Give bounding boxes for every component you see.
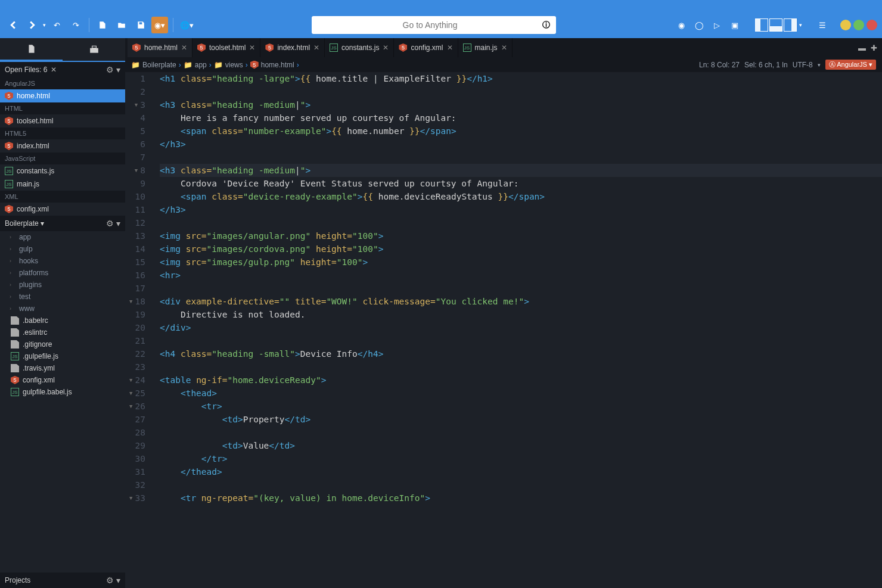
sidebar-tab-toolbox[interactable] [63, 38, 125, 61]
file-tree-item[interactable]: .eslintrc [0, 326, 125, 338]
folder-item[interactable]: ›test [0, 291, 125, 303]
undo-button[interactable]: ↶ [48, 17, 65, 33]
editor-tab[interactable]: JSconstants.js✕ [325, 38, 394, 57]
selection-info: Sel: 6 ch, 1 ln [744, 61, 788, 69]
close-panel-icon[interactable]: ✕ [51, 66, 57, 74]
layout-bottom-button[interactable] [769, 18, 782, 32]
breadcrumb: 📁 Boilerplate› 📁 app› 📁 views› 5 home.ht… [125, 57, 882, 72]
status-caret-icon[interactable]: ▾ [818, 62, 821, 68]
maximize-button[interactable] [853, 20, 864, 30]
project-tree: ›app›gulp›hooks›platforms›plugins›test›w… [0, 231, 125, 573]
gear-icon[interactable]: ⚙ ▾ [106, 65, 120, 74]
open-folder-button[interactable] [113, 17, 130, 33]
layout-left-button[interactable] [755, 18, 768, 32]
folder-item[interactable]: ›gulp [0, 243, 125, 255]
editor-tab[interactable]: 5config.xml✕ [394, 38, 458, 57]
editor-tab[interactable]: 5home.html✕ [128, 38, 192, 57]
breadcrumb-item[interactable]: 📁 views [214, 61, 243, 69]
debug-controls: ◉ ◯ ▷ ▣ [673, 17, 743, 33]
editor-area: 5home.html✕5toolset.html✕5index.html✕JSc… [125, 38, 882, 588]
record-macro-button[interactable]: ◉▾ [151, 17, 168, 33]
cursor-position: Ln: 8 Col: 27 [699, 61, 740, 69]
stop-button[interactable]: ◯ [691, 17, 707, 33]
file-group-label: XML [0, 191, 125, 203]
open-files-header: Open Files: 6✕ ⚙ ▾ [0, 62, 125, 77]
breadcrumb-item[interactable]: 5 home.html [250, 61, 294, 69]
close-tab-icon[interactable]: ✕ [447, 43, 453, 52]
file-group-label: HTML5 [0, 127, 125, 139]
file-tree-item[interactable]: .gitignore [0, 338, 125, 350]
editor-tab[interactable]: JSmain.js✕ [458, 38, 513, 57]
folder-item[interactable]: ›hooks [0, 255, 125, 267]
goto-anything-search[interactable]: ⓘ [312, 16, 556, 34]
open-file-item[interactable]: 5config.xml [0, 203, 125, 216]
window-titlebar [0, 0, 882, 12]
folder-item[interactable]: ›app [0, 231, 125, 243]
projects-header: Projects ⚙ ▾ [0, 573, 125, 588]
close-button[interactable] [867, 20, 877, 30]
gear-icon[interactable]: ⚙ ▾ [106, 219, 120, 228]
file-group-label: HTML [0, 102, 125, 114]
editor-tabs: 5home.html✕5toolset.html✕5index.html✕JSc… [125, 38, 882, 57]
folder-item[interactable]: ›platforms [0, 267, 125, 279]
save-button[interactable] [132, 17, 149, 33]
dropdown-caret-icon[interactable]: ▾ [43, 22, 46, 28]
svg-rect-1 [90, 48, 98, 53]
folder-item[interactable]: ›plugins [0, 279, 125, 291]
open-file-item[interactable]: 5toolset.html [0, 114, 125, 127]
record-button[interactable]: ◉ [673, 17, 690, 33]
debug-button[interactable]: ▣ [726, 17, 743, 33]
project-header: Boilerplate ▾ ⚙ ▾ [0, 216, 125, 231]
new-tab-button[interactable]: ✚ [871, 43, 877, 52]
toolbar: ▾ ↶ ↷ ◉▾ 🌐▾ ⓘ ◉ ◯ ▷ ▣ ▾ ☰ [0, 12, 882, 38]
browser-preview-button[interactable]: 🌐▾ [178, 17, 195, 33]
open-files-label: Open Files: 6 [5, 66, 47, 74]
open-file-item[interactable]: JSmain.js [0, 178, 125, 191]
open-file-item[interactable]: 5index.html [0, 139, 125, 153]
code-editor[interactable]: 12▼34567▼891011121314151617▼181920212223… [125, 72, 882, 588]
encoding-selector[interactable]: UTF-8 [793, 61, 813, 69]
redo-button[interactable]: ↷ [67, 17, 84, 33]
project-name[interactable]: Boilerplate [5, 219, 39, 228]
gear-icon[interactable]: ⚙ ▾ [106, 575, 120, 585]
open-file-item[interactable]: 5home.html [0, 89, 125, 102]
close-tab-icon[interactable]: ✕ [383, 43, 389, 52]
new-file-button[interactable] [94, 17, 111, 33]
layout-dropdown-icon[interactable]: ▾ [799, 22, 802, 28]
minimize-button[interactable] [840, 20, 851, 30]
forward-button[interactable] [24, 17, 41, 33]
info-icon[interactable]: ⓘ [542, 20, 550, 30]
play-button[interactable]: ▷ [709, 17, 725, 33]
breadcrumb-item[interactable]: 📁 app [184, 61, 207, 69]
folder-item[interactable]: ›www [0, 303, 125, 315]
open-file-item[interactable]: JSconstants.js [0, 164, 125, 178]
search-input[interactable] [318, 20, 542, 30]
open-files-list: AngularJS5home.htmlHTML5toolset.htmlHTML… [0, 77, 125, 216]
file-tree-item[interactable]: JS.gulpefile.js [0, 350, 125, 362]
language-badge[interactable]: Ⓐ AngularJS ▾ [825, 60, 876, 70]
file-tree-item[interactable]: .travis.yml [0, 362, 125, 374]
projects-label[interactable]: Projects [5, 576, 30, 584]
sidebar: Open Files: 6✕ ⚙ ▾ AngularJS5home.htmlHT… [0, 38, 125, 588]
svg-rect-2 [92, 46, 96, 48]
file-group-label: JavaScript [0, 153, 125, 164]
close-tab-icon[interactable]: ✕ [181, 43, 187, 52]
back-button[interactable] [5, 17, 21, 33]
svg-rect-0 [139, 22, 142, 24]
editor-tab[interactable]: 5index.html✕ [260, 38, 325, 57]
close-tab-icon[interactable]: ✕ [313, 43, 319, 52]
editor-tab[interactable]: 5toolset.html✕ [192, 38, 260, 57]
tab-list-button[interactable]: ▬ [858, 43, 866, 52]
file-tree-item[interactable]: 5config.xml [0, 374, 125, 386]
sidebar-tab-files[interactable] [0, 38, 63, 61]
breadcrumb-item[interactable]: 📁 Boilerplate [131, 61, 176, 69]
file-group-label: AngularJS [0, 77, 125, 89]
file-tree-item[interactable]: .babelrc [0, 315, 125, 326]
close-tab-icon[interactable]: ✕ [501, 43, 507, 52]
close-tab-icon[interactable]: ✕ [249, 43, 255, 52]
menu-button[interactable]: ☰ [814, 17, 831, 33]
layout-controls: ▾ [755, 18, 802, 32]
file-tree-item[interactable]: JSgulpfile.babel.js [0, 386, 125, 398]
layout-right-button[interactable] [784, 18, 797, 32]
